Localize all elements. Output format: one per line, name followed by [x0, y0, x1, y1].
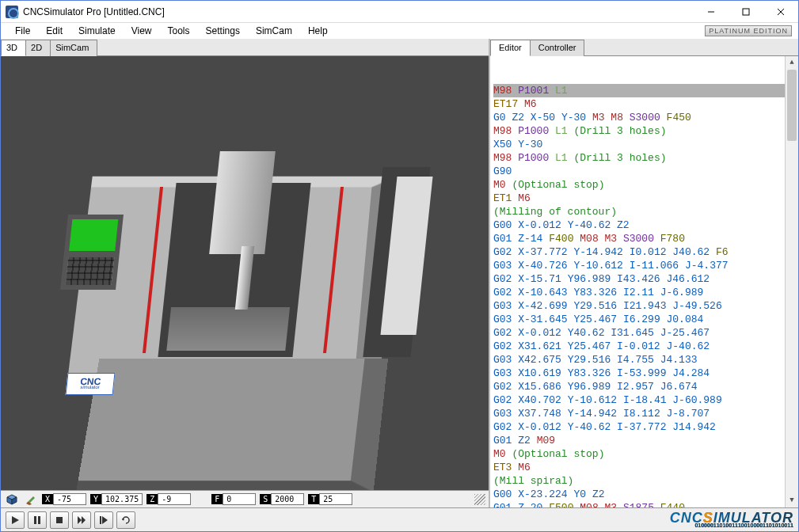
view-tab-simcam[interactable]: SimCam	[50, 40, 97, 56]
code-line[interactable]: G02 X40.702 Y-10.612 I-18.41 J-60.989	[493, 393, 795, 407]
minimize-button[interactable]	[694, 1, 729, 23]
title-bar: CNCSimulator Pro [Untitled.CNC]	[1, 1, 798, 23]
svg-marker-7	[12, 516, 19, 524]
code-line[interactable]: G02 X15.686 Y96.989 I2.957 J6.674	[493, 380, 795, 393]
code-line[interactable]: ET17 M6	[493, 97, 795, 111]
code-line[interactable]: G02 X-0.012 Y-40.62 I-37.772 J14.942	[493, 420, 795, 434]
fast-forward-button[interactable]	[72, 511, 91, 529]
svg-marker-12	[82, 516, 86, 524]
params-group: F0S2000T25	[210, 493, 352, 505]
menu-tools[interactable]: Tools	[160, 24, 198, 38]
code-line[interactable]: G01 Z-20 F500 M08 M3 S1875 F440	[493, 501, 795, 507]
code-line[interactable]: G03 X10.619 Y83.326 I-53.999 J4.284	[493, 367, 795, 380]
code-line[interactable]: M0 (Optional stop)	[493, 178, 795, 192]
loop-button[interactable]	[116, 511, 135, 529]
param-value: 25	[319, 493, 352, 505]
menu-help[interactable]: Help	[300, 24, 336, 38]
viewport-status-bar: X-75Y102.375Z-9 F0S2000T25	[1, 490, 489, 507]
resize-grip-icon[interactable]	[474, 494, 485, 505]
code-line[interactable]: G0 Z2 X-50 Y-30 M3 M8 S3000 F450	[493, 111, 795, 124]
brand-logo: CNCSIMULATOR 010000110100111001000011010…	[670, 512, 793, 528]
menu-settings[interactable]: Settings	[198, 24, 248, 38]
code-line[interactable]: M98 P1001 L1	[493, 84, 795, 97]
code-line[interactable]: G90	[493, 165, 795, 178]
iso-view-icon[interactable]	[4, 492, 20, 507]
coord-label: X	[42, 494, 53, 504]
code-line[interactable]: M0 (Optional stop)	[493, 447, 795, 461]
menu-view[interactable]: View	[124, 24, 160, 38]
coord-y: Y102.375	[90, 493, 143, 505]
coord-value: 102.375	[101, 493, 143, 505]
code-line[interactable]: G03 X-42.699 Y29.516 I21.943 J-49.526	[493, 299, 795, 313]
maximize-button[interactable]	[729, 1, 763, 23]
param-f: F0	[211, 493, 256, 505]
step-button[interactable]	[94, 511, 113, 529]
editor-tab-editor[interactable]: Editor	[490, 40, 531, 56]
machine-control-panel	[60, 215, 124, 290]
main-row: 3D2DSimCam CNC simulator	[1, 39, 798, 507]
param-t: T25	[308, 493, 352, 505]
param-value: 0	[223, 493, 256, 505]
coord-value: -9	[158, 493, 191, 505]
code-line[interactable]: G01 Z-14 F400 M08 M3 S3000 F780	[493, 232, 795, 245]
code-editor[interactable]: M98 P1001 L1ET17 M6G0 Z2 X-50 Y-30 M3 M8…	[490, 56, 798, 507]
menu-edit[interactable]: Edit	[38, 24, 70, 38]
view-tab-2d[interactable]: 2D	[25, 40, 51, 56]
scrollbar-vertical[interactable]: ▲ ▼	[785, 56, 798, 507]
menu-file[interactable]: File	[7, 24, 38, 38]
menu-simcam[interactable]: SimCam	[248, 24, 300, 38]
code-line[interactable]: G00 X-23.224 Y0 Z2	[493, 488, 795, 501]
play-button[interactable]	[6, 511, 25, 529]
scroll-track[interactable]	[786, 70, 798, 494]
scroll-up-icon[interactable]: ▲	[786, 56, 798, 70]
editor-tab-controller[interactable]: Controller	[530, 40, 585, 56]
app-icon	[6, 6, 18, 18]
code-line[interactable]: G03 X-31.645 Y25.467 I6.299 J0.084	[493, 313, 795, 326]
menu-items: FileEditSimulateViewToolsSettingsSimCamH…	[7, 24, 336, 38]
menu-simulate[interactable]: Simulate	[70, 24, 124, 38]
close-button[interactable]	[763, 1, 798, 23]
scroll-down-icon[interactable]: ▼	[786, 494, 798, 507]
coord-label: Y	[90, 494, 101, 504]
menu-bar: FileEditSimulateViewToolsSettingsSimCamH…	[1, 23, 798, 39]
coord-label: Z	[146, 494, 158, 504]
footer-toolbar: CNCSIMULATOR 010000110100111001000011010…	[1, 507, 798, 531]
param-label: T	[308, 494, 319, 504]
code-line[interactable]: ET1 M6	[493, 192, 795, 205]
pause-button[interactable]	[28, 511, 47, 529]
viewport-3d[interactable]: CNC simulator	[1, 56, 489, 490]
edition-badge: PLATINUM EDITION	[705, 25, 792, 36]
view-tabs: 3D2DSimCam	[1, 39, 489, 56]
coord-x: X-75	[42, 493, 86, 505]
code-line[interactable]: X50 Y-30	[493, 138, 795, 151]
code-line[interactable]: M98 P1000 L1 (Drill 3 holes)	[493, 124, 795, 138]
cnc-machine-render: CNC simulator	[48, 120, 428, 490]
param-value: 2000	[271, 493, 304, 505]
code-line[interactable]: M98 P1000 L1 (Drill 3 holes)	[493, 151, 795, 165]
svg-rect-9	[38, 516, 40, 524]
param-s: S2000	[260, 493, 304, 505]
code-line[interactable]: G02 X-0.012 Y40.62 I31.645 J-25.467	[493, 326, 795, 340]
code-line[interactable]: G02 X31.621 Y25.467 I-0.012 J-40.62	[493, 340, 795, 353]
coords-group: X-75Y102.375Z-9	[40, 493, 191, 505]
code-line[interactable]: G03 X42.675 Y29.516 I4.755 J4.133	[493, 353, 795, 367]
param-label: S	[260, 494, 271, 504]
svg-marker-11	[78, 516, 82, 524]
code-line[interactable]: (Mill spiral)	[493, 474, 795, 488]
svg-rect-13	[100, 516, 101, 524]
view-tab-3d[interactable]: 3D	[1, 40, 26, 56]
svg-marker-14	[102, 516, 108, 524]
code-line[interactable]: G03 X-40.726 Y-10.612 I-11.066 J-4.377	[493, 259, 795, 272]
code-line[interactable]: G03 X37.748 Y-14.942 I8.112 J-8.707	[493, 407, 795, 420]
code-line[interactable]: ET3 M6	[493, 461, 795, 474]
code-line[interactable]: (Milling of contour)	[493, 205, 795, 218]
stop-button[interactable]	[50, 511, 69, 529]
code-line[interactable]: G01 Z2 M09	[493, 434, 795, 447]
code-line[interactable]: G02 X-37.772 Y-14.942 I0.012 J40.62 F6	[493, 245, 795, 259]
code-line[interactable]: G02 X-10.643 Y83.326 I2.11 J-6.989	[493, 286, 795, 299]
svg-rect-10	[56, 517, 63, 523]
brush-icon[interactable]	[22, 492, 38, 507]
code-line[interactable]: G02 X-15.71 Y96.989 I43.426 J46.612	[493, 272, 795, 286]
scroll-thumb[interactable]	[787, 70, 797, 141]
code-line[interactable]: G00 X-0.012 Y-40.62 Z2	[493, 218, 795, 232]
